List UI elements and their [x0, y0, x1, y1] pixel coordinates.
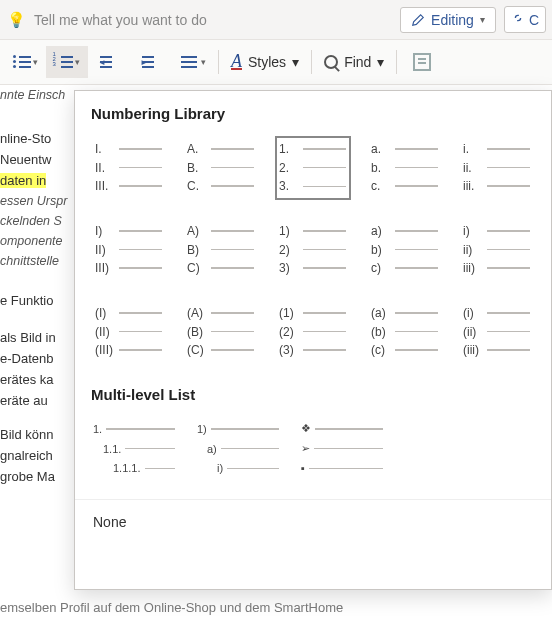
numbering-option-alpha-upper-paren[interactable]: A)B)C)	[183, 218, 259, 282]
page-icon	[413, 53, 431, 71]
chevron-down-icon: ▾	[377, 54, 384, 70]
chevron-down-icon: ▾	[480, 14, 485, 25]
numbering-option-alpha-lower-parens[interactable]: (a)(b)(c)	[367, 300, 443, 364]
chevron-down-icon: ▾	[75, 57, 80, 67]
numbering-library-popup: Numbering Library I.II.III.A.B.C.1.2.3.a…	[74, 90, 552, 590]
navigation-pane-button[interactable]	[401, 46, 443, 78]
tell-me-search[interactable]: Tell me what you want to do	[34, 12, 392, 28]
numbering-option-roman-upper-dot[interactable]: I.II.III.	[91, 136, 167, 200]
multilevel-options-grid: 1.1.1.1.1.1.1)a)i)❖➢▪	[91, 417, 535, 481]
numbering-library-title: Numbering Library	[91, 105, 535, 122]
search-icon	[324, 55, 338, 69]
chevron-down-icon: ▾	[201, 57, 206, 67]
editing-mode-button[interactable]: Editing ▾	[400, 7, 496, 33]
divider	[218, 50, 219, 74]
numbering-button[interactable]: ▾	[46, 46, 88, 78]
outdent-icon	[100, 55, 118, 69]
numbering-option-roman-lower-parens[interactable]: (i)(ii)(iii)	[459, 300, 535, 364]
align-icon	[181, 55, 199, 69]
decrease-indent-button[interactable]	[88, 46, 130, 78]
numbering-option-roman-upper-paren[interactable]: I)II)III)	[91, 218, 167, 282]
numbering-option-roman-lower-paren[interactable]: i)ii)iii)	[459, 218, 535, 282]
numbering-icon	[55, 55, 73, 69]
find-button[interactable]: Find ▾	[316, 46, 392, 78]
multilevel-option-ml-decimal[interactable]: 1.1.1.1.1.1.	[91, 417, 179, 481]
multilevel-title: Multi-level List	[91, 386, 535, 403]
multilevel-option-ml-bullets[interactable]: ❖➢▪	[299, 417, 387, 481]
divider	[311, 50, 312, 74]
numbering-option-decimal-dot[interactable]: 1.2.3.	[275, 136, 351, 200]
share-button[interactable]: C	[504, 6, 546, 33]
document-background: nnte Einsch nline-Sto Neuentw daten in e…	[0, 85, 80, 488]
numbering-option-alpha-upper-dot[interactable]: A.B.C.	[183, 136, 259, 200]
indent-icon	[142, 55, 160, 69]
ribbon-tools: ▾ ▾ ▾ A Styles ▾ Find ▾	[0, 40, 552, 85]
highlighted-text: daten in	[0, 173, 46, 188]
bullets-button[interactable]: ▾	[4, 46, 46, 78]
document-background: emselben Profil auf dem Online-Shop und …	[0, 600, 343, 615]
numbering-option-alpha-lower-dot[interactable]: a.b.c.	[367, 136, 443, 200]
styles-icon: A	[231, 54, 242, 70]
numbering-option-roman-upper-parens[interactable]: (I)(II)(III)	[91, 300, 167, 364]
bullets-icon	[13, 55, 31, 69]
numbering-option-decimal-paren[interactable]: 1)2)3)	[275, 218, 351, 282]
editing-mode-label: Editing	[431, 12, 474, 28]
align-button[interactable]: ▾	[172, 46, 214, 78]
chevron-down-icon: ▾	[33, 57, 38, 67]
numbering-option-alpha-lower-paren[interactable]: a)b)c)	[367, 218, 443, 282]
numbering-none-option[interactable]: None	[75, 499, 551, 544]
styles-button[interactable]: A Styles ▾	[223, 46, 307, 78]
numbering-option-roman-lower-dot[interactable]: i.ii.iii.	[459, 136, 535, 200]
ribbon-top: 💡 Tell me what you want to do Editing ▾ …	[0, 0, 552, 40]
numbering-option-alpha-upper-parens[interactable]: (A)(B)(C)	[183, 300, 259, 364]
divider	[396, 50, 397, 74]
multilevel-option-ml-mixed[interactable]: 1)a)i)	[195, 417, 283, 481]
pen-icon	[411, 13, 425, 27]
link-icon	[511, 11, 525, 28]
numbering-options-grid: I.II.III.A.B.C.1.2.3.a.b.c.i.ii.iii.I)II…	[91, 136, 535, 364]
numbering-option-decimal-parens[interactable]: (1)(2)(3)	[275, 300, 351, 364]
lightbulb-icon: 💡	[6, 11, 26, 29]
chevron-down-icon: ▾	[292, 54, 299, 70]
increase-indent-button[interactable]	[130, 46, 172, 78]
